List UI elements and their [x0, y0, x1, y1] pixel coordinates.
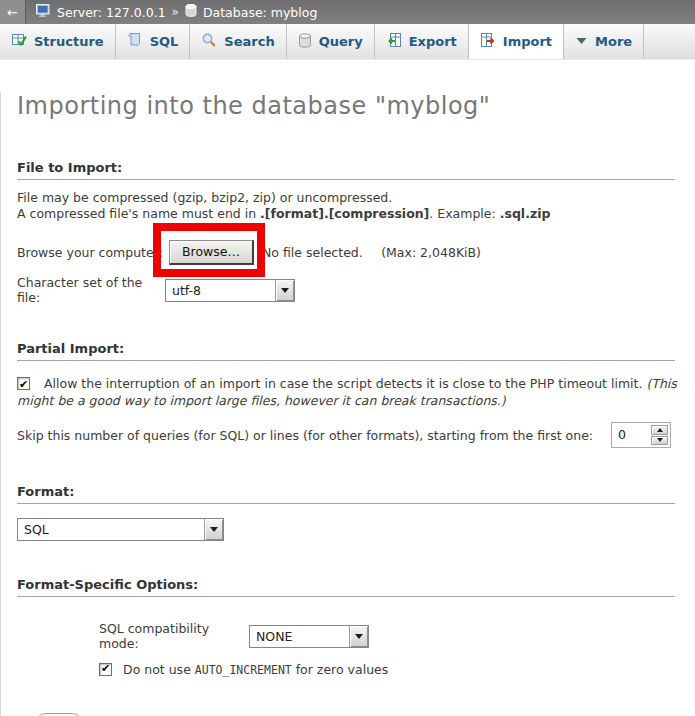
tab-sql[interactable]: SQL [116, 24, 191, 59]
dropdown-arrow-icon[interactable] [204, 519, 223, 540]
tab-label: Query [319, 34, 363, 49]
export-icon [386, 32, 402, 51]
server-icon [36, 4, 51, 20]
query-icon [298, 33, 312, 51]
section-heading-file-to-import: File to Import: [17, 160, 675, 180]
note-example: .sql.zip [500, 206, 551, 221]
tab-label: Export [409, 34, 457, 49]
breadcrumb-server[interactable]: Server: 127.0.0.1 [57, 5, 166, 20]
database-icon [185, 4, 197, 20]
back-button[interactable]: ← [0, 0, 26, 24]
skip-queries-stepper[interactable]: 0 [611, 422, 671, 448]
section-heading-format: Format: [17, 484, 675, 504]
browse-label: Browse your computer: [17, 245, 165, 260]
tab-label: Import [503, 34, 552, 49]
breadcrumb-database[interactable]: Database: myblog [203, 5, 317, 20]
note-line1: File may be compressed (gzip, bzip2, zip… [17, 190, 392, 205]
tab-more[interactable]: More [564, 24, 644, 59]
charset-selected-value: utf-8 [166, 280, 275, 301]
dropdown-arrow-icon[interactable] [275, 280, 294, 301]
chevron-down-icon [575, 34, 588, 49]
main-content: Importing into the database "myblog" Fil… [0, 92, 695, 716]
note-line2-start: A compressed file's name must end in [17, 206, 260, 221]
browse-row: Browse your computer: Browse… No file se… [17, 239, 679, 265]
import-icon [480, 32, 496, 51]
section-heading-format-options: Format-Specific Options: [17, 577, 675, 597]
sql-compat-label: SQL compatibility mode: [99, 621, 249, 651]
no-file-selected-text: No file selected. [262, 245, 363, 260]
allow-interrupt-checkbox[interactable] [17, 377, 30, 390]
tab-import[interactable]: Import [469, 24, 564, 59]
stepper-up-button[interactable] [651, 425, 668, 435]
phpmyadmin-import-page: ← Server: 127.0.0.1 » Database: myblog S… [0, 0, 695, 716]
breadcrumb-separator: » [172, 5, 179, 19]
back-arrow-icon: ← [7, 5, 18, 20]
tab-structure[interactable]: Structure [0, 24, 116, 59]
tab-export[interactable]: Export [375, 24, 469, 59]
autoinc-label: Do not use AUTO_INCREMENT for zero value… [123, 662, 388, 677]
allow-interrupt-text: Allow the interruption of an import in c… [44, 376, 646, 391]
charset-label: Character set of the file: [17, 275, 165, 305]
tab-search[interactable]: Search [190, 24, 286, 59]
sql-compat-select[interactable]: NONE [249, 625, 369, 648]
skip-queries-row: Skip this number of queries (for SQL) or… [17, 422, 679, 448]
sql-compat-row: SQL compatibility mode: NONE [17, 621, 679, 651]
note-format-pattern: .[format].[compression] [260, 206, 429, 221]
sql-icon [127, 32, 143, 51]
browse-button[interactable]: Browse… [169, 240, 254, 265]
tab-label: Structure [34, 34, 104, 49]
structure-icon [11, 32, 27, 51]
compression-note: File may be compressed (gzip, bzip2, zip… [17, 190, 679, 222]
charset-select[interactable]: utf-8 [165, 279, 295, 302]
format-selected-value: SQL [18, 519, 204, 540]
max-size-text: (Max: 2,048KiB) [381, 245, 481, 260]
tab-label: SQL [150, 34, 179, 49]
tab-bar: Structure SQL Search Query Export Import… [0, 24, 695, 60]
search-icon [201, 32, 217, 51]
autoinc-checkbox[interactable] [99, 663, 112, 676]
autoinc-code: AUTO_INCREMENT [195, 663, 292, 677]
allow-interrupt-option: Allow the interruption of an import in c… [17, 375, 679, 409]
tab-label: Search [224, 34, 274, 49]
dropdown-arrow-icon[interactable] [349, 626, 368, 647]
stepper-down-button[interactable] [651, 436, 668, 446]
note-line2-mid: . Example: [429, 206, 499, 221]
tab-label: More [595, 34, 632, 49]
format-select[interactable]: SQL [17, 518, 224, 541]
breadcrumb: Server: 127.0.0.1 » Database: myblog [26, 4, 317, 20]
sql-compat-selected-value: NONE [250, 626, 349, 647]
tab-query[interactable]: Query [287, 24, 375, 59]
skip-queries-label: Skip this number of queries (for SQL) or… [17, 428, 593, 443]
section-heading-partial-import: Partial Import: [17, 341, 675, 361]
autoinc-option: Do not use AUTO_INCREMENT for zero value… [17, 662, 679, 677]
skip-queries-value: 0 [614, 425, 651, 445]
page-title: Importing into the database "myblog" [17, 92, 679, 120]
breadcrumb-bar: ← Server: 127.0.0.1 » Database: myblog [0, 0, 695, 24]
charset-row: Character set of the file: utf-8 [17, 275, 679, 305]
